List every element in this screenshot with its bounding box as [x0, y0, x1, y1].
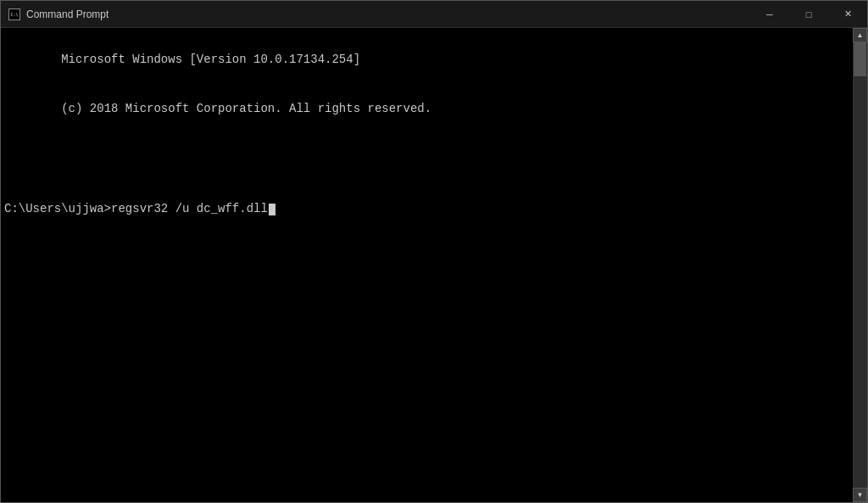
title-bar-left: Command Prompt [8, 8, 108, 21]
scrollbar-up-button[interactable]: ▲ [853, 28, 867, 42]
title-bar: Command Prompt ─ □ ✕ [1, 1, 867, 28]
close-button[interactable]: ✕ [828, 1, 867, 28]
minimize-button[interactable]: ─ [750, 1, 789, 28]
copyright-line: (c) 2018 Microsoft Corporation. All righ… [61, 102, 431, 115]
terminal-output: Microsoft Windows [Version 10.0.17134.25… [4, 35, 849, 251]
cursor [269, 204, 275, 215]
command-line: C:\Users\ujjwa>regsvr32 /u dc_wff.dll [4, 201, 849, 218]
scrollbar-thumb[interactable] [854, 42, 866, 76]
version-line: Microsoft Windows [Version 10.0.17134.25… [61, 53, 360, 66]
terminal[interactable]: Microsoft Windows [Version 10.0.17134.25… [1, 28, 853, 502]
title-bar-controls: ─ □ ✕ [750, 1, 867, 28]
cmd-icon [8, 8, 20, 20]
scrollbar-down-button[interactable]: ▼ [853, 488, 867, 502]
cmd-window: Command Prompt ─ □ ✕ Microsoft Windows [… [0, 0, 868, 503]
prompt: C:\Users\ujjwa> [4, 201, 111, 218]
window-icon [8, 8, 21, 21]
window-title: Command Prompt [26, 8, 108, 20]
maximize-button[interactable]: □ [789, 1, 828, 28]
scrollbar: ▲ ▼ [853, 28, 867, 502]
scrollbar-track[interactable] [853, 42, 867, 488]
command-text: regsvr32 /u dc_wff.dll [111, 201, 268, 218]
content-area: Microsoft Windows [Version 10.0.17134.25… [1, 28, 867, 502]
